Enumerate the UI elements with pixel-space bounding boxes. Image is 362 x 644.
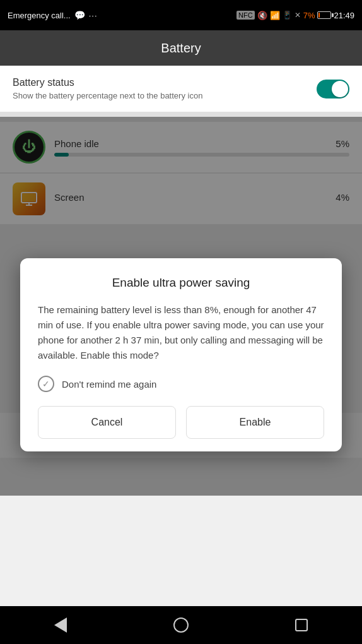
dialog-box: Enable ultra power saving The remaining … xyxy=(20,258,342,451)
battery-icon xyxy=(317,11,331,19)
page-title: Battery xyxy=(161,41,201,56)
battery-pct-text: 7% xyxy=(303,11,315,20)
dont-remind-checkbox[interactable]: ✓ xyxy=(38,376,54,392)
more-icon: ··· xyxy=(89,11,98,20)
dont-remind-label: Don't remind me again xyxy=(62,379,156,390)
chat-icon: 💬 xyxy=(74,10,85,20)
dialog-checkbox-row[interactable]: ✓ Don't remind me again xyxy=(38,376,324,392)
dialog-title: Enable ultra power saving xyxy=(38,276,324,290)
sd-icon: 📱 xyxy=(283,11,292,20)
nfc-icon: NFC xyxy=(236,11,255,20)
modal-overlay: Enable ultra power saving The remaining … xyxy=(0,66,362,644)
dialog-buttons: Cancel Enable xyxy=(38,406,324,439)
emergency-call-text: Emergency call... xyxy=(8,11,71,20)
cancel-button[interactable]: Cancel xyxy=(38,406,176,439)
status-bar-left: Emergency call... 💬 ··· xyxy=(8,10,98,20)
wifi-icon: 📶 xyxy=(270,11,280,20)
enable-button[interactable]: Enable xyxy=(186,406,324,439)
dialog-body: The remaining battery level is less than… xyxy=(38,302,324,363)
top-bar: Battery xyxy=(0,30,362,66)
volume-icon: 🔇 xyxy=(257,11,267,20)
time-text: 21:49 xyxy=(334,11,354,20)
status-bar-right: NFC 🔇 📶 📱 ✕ 7% 21:49 xyxy=(236,11,354,20)
checkmark-icon: ✓ xyxy=(42,379,50,389)
status-bar: Emergency call... 💬 ··· NFC 🔇 📶 📱 ✕ 7% 2… xyxy=(0,0,362,30)
signal-icon: ✕ xyxy=(295,11,301,20)
